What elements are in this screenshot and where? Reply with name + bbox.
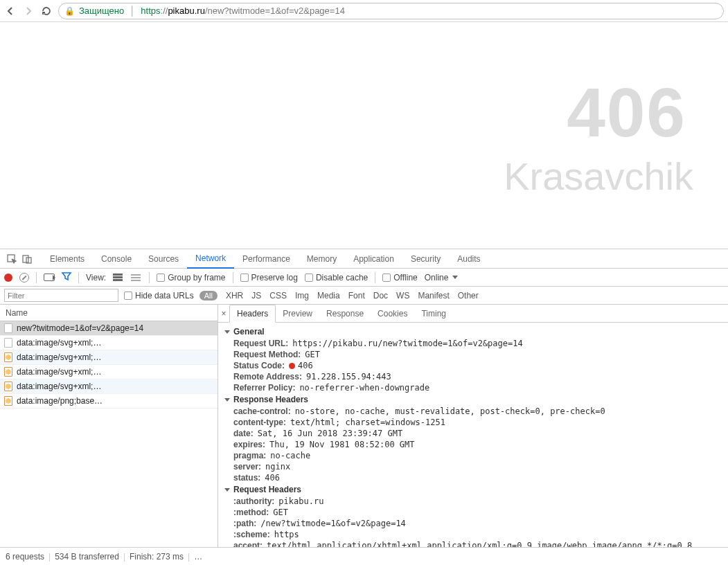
screenshot-icon[interactable]	[44, 273, 55, 281]
filter-type-doc[interactable]: Doc	[371, 291, 391, 301]
header-row: Request Method:GET	[218, 349, 728, 360]
header-row: Request URL:https://pikabu.ru/new?twitmo…	[218, 338, 728, 349]
view-label: View:	[86, 273, 106, 282]
detail-tab-headers[interactable]: Headers	[229, 305, 276, 323]
status-requests: 6 requests	[6, 552, 44, 562]
filter-type-js[interactable]: JS	[249, 291, 264, 301]
request-row[interactable]: new?twitmode=1&of=v2&page=14	[0, 321, 217, 336]
devtools-tab-console[interactable]: Console	[93, 249, 140, 269]
svg-rect-8	[131, 280, 141, 281]
disclosure-triangle-icon	[224, 330, 230, 334]
network-status-bar: 6 requests| 534 B transferred| Finish: 2…	[0, 547, 728, 565]
offline-checkbox[interactable]: Offline	[382, 273, 417, 282]
header-row: Referrer Policy:no-referrer-when-downgra…	[218, 382, 728, 393]
group-by-frame-checkbox[interactable]: Group by frame	[157, 273, 225, 282]
devtools-tab-elements[interactable]: Elements	[42, 249, 93, 269]
forward-icon[interactable]	[22, 5, 35, 17]
request-name: data:image/svg+xml;…	[17, 352, 101, 362]
header-row: Remote Address:91.228.155.94:443	[218, 371, 728, 382]
inspect-icon[interactable]	[4, 251, 19, 267]
request-row[interactable]: data:image/png;base…	[0, 394, 217, 409]
back-icon[interactable]	[4, 5, 17, 17]
page-viewport: 406 Krasavchik	[0, 22, 728, 249]
status-finish: Finish: 273 ms	[130, 552, 184, 562]
request-name: data:image/svg+xml;…	[17, 338, 101, 348]
request-row[interactable]: data:image/svg+xml;…	[0, 365, 217, 379]
secure-label: Защищено	[79, 6, 124, 16]
devtools-tab-audits[interactable]: Audits	[449, 249, 488, 269]
devtools-tab-network[interactable]: Network	[187, 249, 234, 269]
view-large-icon[interactable]	[113, 273, 124, 282]
request-row[interactable]: data:image/svg+xml;…	[0, 336, 217, 350]
filter-toggle-icon[interactable]	[62, 271, 71, 283]
request-name: data:image/svg+xml;…	[17, 367, 101, 377]
request-row[interactable]: data:image/svg+xml;…	[0, 350, 217, 365]
request-column-name[interactable]: Name	[0, 305, 217, 321]
header-row: cache-control:no-store, no-cache, must-r…	[218, 406, 728, 417]
header-row: Status Code:406	[218, 360, 728, 371]
header-row: :scheme:https	[218, 529, 728, 540]
file-icon	[4, 323, 12, 333]
header-row: :path:/new?twitmode=1&of=v2&page=14	[218, 518, 728, 529]
preserve-log-checkbox[interactable]: Preserve log	[240, 273, 298, 282]
url: https://pikabu.ru/new?twitmode=1&of=v2&p…	[141, 6, 345, 16]
hide-data-urls-checkbox[interactable]: Hide data URLs	[124, 291, 194, 301]
svg-rect-3	[113, 273, 123, 276]
filter-type-ws[interactable]: WS	[393, 291, 412, 301]
online-select[interactable]: Online	[425, 273, 459, 282]
svg-rect-4	[113, 276, 123, 278]
devtools-tab-application[interactable]: Application	[345, 249, 402, 269]
detail-tab-cookies[interactable]: Cookies	[371, 305, 414, 323]
filter-type-media[interactable]: Media	[314, 291, 343, 301]
section-heading[interactable]: General	[218, 325, 728, 338]
header-row: server:nginx	[218, 461, 728, 472]
file-icon	[4, 352, 12, 362]
status-more: …	[194, 552, 202, 562]
device-toggle-icon[interactable]	[19, 251, 35, 267]
request-name: data:image/png;base…	[17, 396, 103, 406]
status-transferred: 534 B transferred	[55, 552, 119, 562]
record-icon[interactable]	[4, 273, 12, 282]
disclosure-triangle-icon	[224, 488, 230, 492]
chevron-down-icon	[452, 276, 458, 279]
request-list: Name new?twitmode=1&of=v2&page=14data:im…	[0, 305, 218, 547]
filter-type-manifest[interactable]: Manifest	[415, 291, 452, 301]
reload-icon[interactable]	[40, 5, 53, 17]
devtools-tab-security[interactable]: Security	[402, 249, 449, 269]
view-small-icon[interactable]	[131, 273, 142, 282]
section-heading[interactable]: Response Headers	[218, 393, 728, 406]
status-dot-icon	[289, 363, 295, 369]
detail-tab-preview[interactable]: Preview	[276, 305, 319, 323]
section-heading[interactable]: Request Headers	[218, 483, 728, 496]
separator: │	[130, 6, 135, 16]
filter-type-css[interactable]: CSS	[267, 291, 290, 301]
detail-tab-timing[interactable]: Timing	[414, 305, 453, 323]
svg-rect-7	[131, 277, 141, 278]
request-name: data:image/svg+xml;…	[17, 382, 101, 391]
filter-input[interactable]	[4, 289, 118, 302]
filter-type-xhr[interactable]: XHR	[223, 291, 246, 301]
clear-icon[interactable]	[19, 273, 29, 282]
file-icon	[4, 382, 12, 391]
close-icon[interactable]: ×	[218, 305, 229, 323]
filter-type-other[interactable]: Other	[455, 291, 481, 301]
header-row: accept:text/html,application/xhtml+xml,a…	[218, 540, 728, 547]
devtools-tab-sources[interactable]: Sources	[140, 249, 187, 269]
header-row: content-type:text/html; charset=windows-…	[218, 417, 728, 428]
header-row: status:406	[218, 472, 728, 483]
header-row: pragma:no-cache	[218, 450, 728, 461]
file-icon	[4, 338, 12, 348]
devtools-tabstrip: ElementsConsoleSourcesNetworkPerformance…	[0, 249, 728, 269]
detail-tab-response[interactable]: Response	[319, 305, 371, 323]
svg-rect-5	[113, 279, 123, 281]
filter-type-img[interactable]: Img	[292, 291, 312, 301]
devtools-tab-performance[interactable]: Performance	[234, 249, 299, 269]
devtools-body: Name new?twitmode=1&of=v2&page=14data:im…	[0, 305, 728, 547]
filter-type-font[interactable]: Font	[346, 291, 368, 301]
request-row[interactable]: data:image/svg+xml;…	[0, 379, 217, 394]
devtools-tab-memory[interactable]: Memory	[299, 249, 345, 269]
filter-all-pill[interactable]: All	[199, 291, 217, 301]
disable-cache-checkbox[interactable]: Disable cache	[305, 273, 368, 282]
header-row: date:Sat, 16 Jun 2018 23:39:47 GMT	[218, 428, 728, 439]
address-bar[interactable]: 🔒 Защищено │ https://pikabu.ru/new?twitm…	[58, 3, 724, 19]
